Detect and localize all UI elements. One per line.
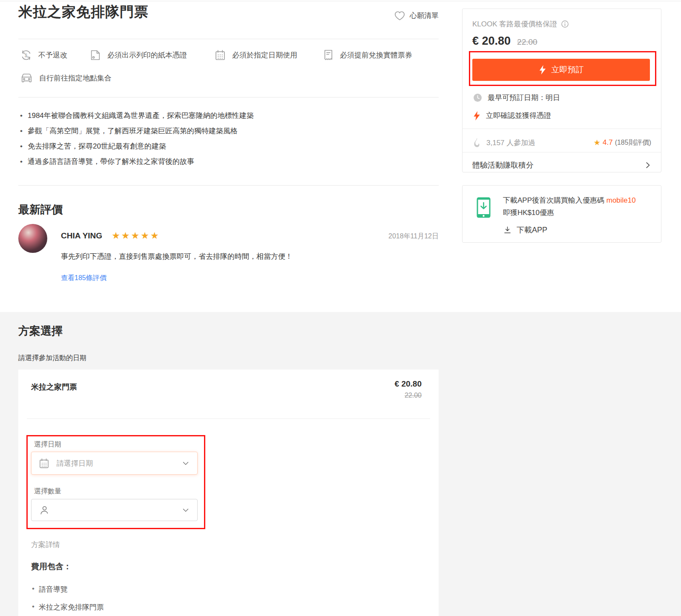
instant-confirm-text: 立即確認並獲得憑證: [486, 111, 551, 120]
participants-row: 3,157 人參加過 ★ 4.7 (185則評價): [473, 134, 651, 151]
svg-text:$: $: [25, 52, 27, 57]
printed-voucher-icon: [89, 49, 101, 61]
app-promo-text: 下載APP後首次購買輸入優惠碼 mobile10 即獲HK$10優惠: [503, 194, 652, 219]
heart-icon: [394, 10, 405, 21]
avatar: [18, 224, 47, 253]
see-all-reviews-link[interactable]: 查看185條評價: [61, 274, 106, 283]
calendar-icon: [38, 458, 50, 469]
highlight-item: 通過多語言語音導覽，帶你了解米拉之家背後的故事: [28, 158, 254, 166]
phone-download-icon: [477, 197, 491, 218]
flame-icon: [473, 138, 481, 147]
earliest-date-text: 最早可預訂日期：明日: [488, 93, 560, 103]
review-header: CHIA YING ★★★★★: [61, 230, 160, 241]
booking-card: KLOOK 客路最優價格保證 € 20.80 22.00 立即預訂 最早可: [462, 9, 661, 172]
promo-line2: 即獲HK$10優惠: [503, 209, 554, 217]
info-icon[interactable]: [561, 20, 569, 28]
divider: [463, 152, 661, 152]
book-now-label: 立即預訂: [552, 64, 584, 75]
current-price: € 20.80: [472, 34, 511, 48]
app-promo-card: 下載APP後首次購買輸入優惠碼 mobile10 即獲HK$10優惠 下載APP: [462, 185, 661, 243]
header-divider: [0, 1, 681, 1]
original-price: 22.00: [517, 37, 537, 47]
highlight-item: 1984年被聯合國教科文組織選為世界遺產，探索巴塞隆納的地標性建築: [28, 112, 254, 120]
package-price: € 20.80: [395, 379, 422, 389]
earn-points-row[interactable]: 體驗活動賺取積分: [472, 158, 652, 173]
person-icon: [38, 504, 50, 516]
clock-icon: [473, 93, 482, 102]
ticket-exchange-icon: [323, 49, 334, 61]
divider: [18, 97, 439, 97]
feature-label: 不予退改: [38, 50, 67, 60]
package-details-label: 方案詳情: [31, 540, 60, 550]
highlight-item: 免去排隊之苦，探尋20世紀最有創意的建築: [28, 142, 254, 150]
feature-fixed-date: 必須於指定日期使用: [214, 48, 297, 62]
calendar-icon: [214, 49, 226, 61]
quantity-field-label: 選擇數量: [34, 487, 61, 496]
rating-block[interactable]: ★ 4.7 (185則評價): [594, 138, 651, 147]
package-section: 方案選擇 請選擇參加活動的日期 米拉之家門票 € 20.80 22.00 選擇日…: [0, 312, 681, 616]
includes-heading: 費用包含：: [31, 561, 72, 572]
download-app-link[interactable]: 下載APP: [503, 225, 547, 235]
rating-stars-icon: ★★★★★: [112, 230, 160, 241]
wishlist-label: 心願清單: [410, 11, 439, 20]
rating-value: 4.7: [603, 138, 613, 147]
highlight-item: 參觀「高第空間」展覽，了解西班牙建築巨匠高第的獨特建築風格: [28, 127, 254, 135]
feature-label: 必須出示列印的紙本憑證: [107, 50, 187, 60]
quantity-select[interactable]: [31, 499, 198, 521]
participants-count: 3,157 人參加過: [486, 138, 535, 148]
earn-points-label: 體驗活動賺取積分: [472, 160, 534, 170]
feature-label: 必須於指定日期使用: [232, 50, 297, 60]
package-price-block: € 20.80 22.00: [395, 379, 422, 399]
earliest-date-row: 最早可預訂日期：明日: [473, 93, 560, 103]
lightning-icon: [539, 65, 546, 74]
instant-confirm-row: 立即確認並獲得憑證: [473, 111, 551, 120]
feature-exchange-ticket: 必須提前兌換實體票券: [323, 48, 412, 62]
star-icon: ★: [594, 138, 601, 147]
package-original-price: 22.00: [395, 392, 422, 399]
book-now-button[interactable]: 立即預訂: [472, 59, 650, 81]
package-date-prompt: 請選擇參加活動的日期: [18, 354, 86, 363]
promo-prefix: 下載APP後首次購買輸入優惠碼: [503, 196, 606, 204]
feature-meetup-point: 自行前往指定地點集合: [20, 71, 112, 85]
feature-printed-voucher: 必須出示列印的紙本憑證: [89, 48, 187, 62]
page-title: 米拉之家免排隊門票: [18, 3, 149, 22]
date-placeholder: 請選擇日期: [57, 458, 181, 468]
feature-label: 必須提前兌換實體票券: [340, 50, 412, 60]
activity-page: 米拉之家免排隊門票 心願清單 $ 不予退改: [0, 0, 681, 616]
divider: [18, 185, 439, 186]
includes-item: 米拉之家免排隊門票: [39, 602, 104, 612]
highlight-list: 1984年被聯合國教科文組織選為世界遺產，探索巴塞隆納的地標性建築 參觀「高第空…: [28, 112, 254, 173]
no-refund-icon: $: [20, 49, 32, 61]
reviews-heading: 最新評價: [18, 202, 63, 217]
divider: [18, 39, 439, 39]
promo-code: mobile10: [606, 196, 636, 204]
feature-no-refund: $ 不予退改: [20, 48, 67, 62]
price-guarantee: KLOOK 客路最優價格保證: [472, 19, 569, 29]
chevron-down-icon: [181, 505, 190, 515]
download-icon: [503, 226, 512, 235]
rating-count: (185則評價): [615, 138, 651, 147]
includes-list: 語音導覽 米拉之家免排隊門票: [39, 584, 104, 616]
feature-label: 自行前往指定地點集合: [39, 73, 112, 83]
date-field-label: 選擇日期: [34, 440, 61, 449]
lightning-icon: [473, 111, 480, 120]
guarantee-label: KLOOK 客路最優價格保證: [472, 19, 557, 29]
package-name: 米拉之家門票: [31, 382, 77, 392]
divider: [463, 129, 661, 129]
review-text: 事先列印下憑證，直接到售票處換票即可，省去排隊的時間，相當方便！: [61, 252, 293, 261]
review-date: 2018年11月12日: [388, 232, 439, 241]
date-picker-input[interactable]: 請選擇日期: [31, 452, 198, 475]
review-author: CHIA YING: [61, 231, 102, 241]
package-heading: 方案選擇: [18, 324, 63, 338]
divider: [27, 418, 430, 419]
download-app-label: 下載APP: [517, 225, 547, 235]
chevron-right-icon: [643, 160, 652, 170]
wishlist-button[interactable]: 心願清單: [394, 10, 439, 21]
car-icon: [20, 72, 33, 84]
chevron-down-icon: [181, 458, 190, 468]
includes-item: 語音導覽: [39, 584, 104, 594]
package-card: 米拉之家門票 € 20.80 22.00 選擇日期: [18, 370, 439, 616]
price-row: € 20.80 22.00: [472, 34, 537, 48]
